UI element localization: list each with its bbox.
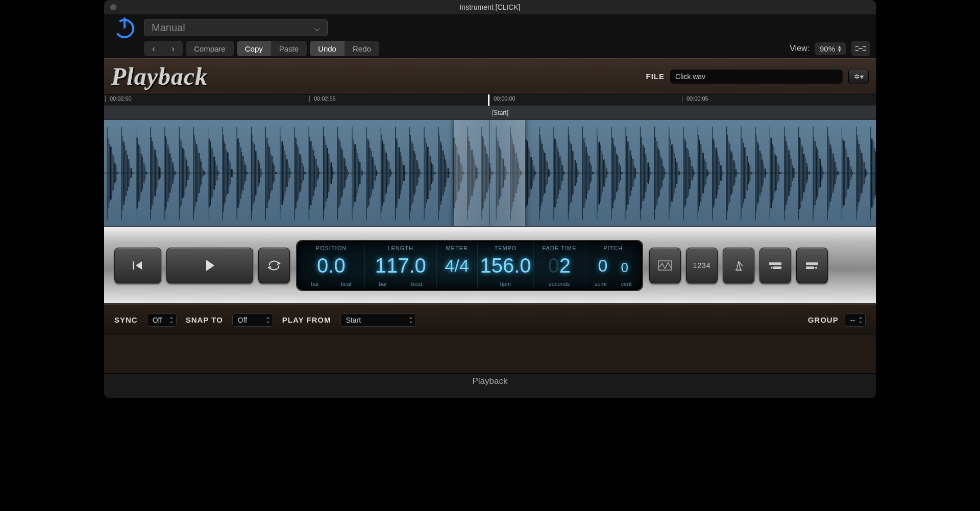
prev-preset-button[interactable]: ‹ (144, 41, 163, 56)
waveform-icon (658, 260, 672, 271)
preset-select[interactable]: Manual ⌵ (144, 19, 328, 36)
play-button[interactable] (166, 248, 253, 283)
chevron-down-icon: ⌵ (314, 21, 320, 34)
crossfade-left-button[interactable] (760, 248, 791, 283)
waveform-mode-button[interactable] (649, 248, 681, 283)
titlebar: Instrument [CLICK] (104, 0, 876, 14)
plugin-body: Playback FILE Click.wav ✲▾ 00:02:50 00:0… (104, 58, 876, 373)
footer: Playback (104, 373, 876, 388)
lcd-fade[interactable]: FADE TIME 02 seconds (534, 242, 585, 289)
footer-label: Playback (473, 376, 508, 386)
return-to-zero-button[interactable] (114, 248, 161, 283)
lcd-meter[interactable]: METER 4/4 (437, 242, 478, 289)
loop-button[interactable] (258, 248, 290, 283)
stepper-icon: ▴▾ (838, 45, 841, 52)
playfrom-label: PLAY FROM (282, 315, 331, 324)
crossfade-left-icon (768, 261, 782, 270)
host-toolbar: Manual ⌵ ‹ › Compare Copy Paste Undo Red… (104, 14, 876, 58)
waveform-display[interactable] (104, 119, 876, 227)
play-icon (202, 258, 217, 273)
playhead-marker[interactable] (488, 94, 489, 106)
transport-panel: POSITION 0.0 barbeat LENGTH 117.0 barbea… (104, 227, 876, 304)
timeline-ruler[interactable]: 00:02:50 00:02:55 00:00:00 00:00:05 (104, 94, 876, 106)
gear-icon: ✲▾ (854, 72, 864, 81)
file-name: Click.wav (675, 72, 705, 81)
view-label: View: (790, 44, 810, 53)
start-marker: [Start] (492, 109, 508, 116)
sync-select[interactable]: Off (147, 313, 177, 327)
lcd-tempo[interactable]: TEMPO 156.0 bpm (478, 242, 534, 289)
playfrom-select[interactable]: Start (340, 313, 416, 327)
metronome-icon (732, 260, 745, 271)
time-tick: 00:02:50 (104, 95, 132, 102)
lcd-position[interactable]: POSITION 0.0 barbeat (298, 242, 365, 289)
loop-icon (267, 260, 281, 271)
snapto-label: SNAP TO (186, 315, 223, 324)
compare-button[interactable]: Compare (186, 41, 234, 56)
time-tick: 00:00:05 (681, 95, 708, 102)
crossfade-right-icon (805, 261, 819, 270)
playhead-line (489, 120, 490, 226)
mode-buttons: 1234 (649, 248, 828, 283)
file-field[interactable]: Click.wav (670, 69, 843, 84)
rtz-icon (131, 259, 144, 272)
count-button[interactable]: 1234 (686, 248, 718, 283)
redo-button[interactable]: Redo (345, 41, 379, 56)
lcd-display: POSITION 0.0 barbeat LENGTH 117.0 barbea… (297, 241, 642, 290)
svg-rect-8 (769, 262, 781, 265)
svg-rect-10 (806, 262, 818, 265)
lcd-pitch[interactable]: PITCH 00 semicent (585, 242, 641, 289)
plugin-logo: Playback (111, 62, 208, 90)
traffic-light-close[interactable] (110, 4, 116, 10)
time-tick: 00:00:00 (488, 95, 516, 102)
copy-button[interactable]: Copy (237, 41, 271, 56)
time-tick: 00:02:55 (308, 95, 336, 102)
paste-button[interactable]: Paste (271, 41, 307, 56)
marker-row[interactable]: [Start] (104, 106, 876, 120)
lcd-length[interactable]: LENGTH 117.0 barbeat (365, 242, 437, 289)
header-row: Playback FILE Click.wav ✲▾ (104, 58, 876, 94)
view-zoom-value: 90% (820, 44, 835, 53)
timeline[interactable]: 00:02:50 00:02:55 00:00:00 00:00:05 [Sta… (104, 94, 876, 119)
next-preset-button[interactable]: › (163, 41, 183, 56)
crossfade-right-button[interactable] (796, 248, 828, 283)
undo-button[interactable]: Undo (310, 41, 345, 56)
file-label: FILE (646, 72, 665, 81)
power-button[interactable] (110, 13, 139, 42)
group-label: GROUP (808, 315, 839, 324)
transport-buttons (114, 248, 290, 283)
svg-rect-11 (806, 266, 814, 269)
group-select[interactable]: -- (845, 313, 866, 327)
bottom-controls: SYNC Off SNAP TO Off PLAY FROM Start GRO… (104, 304, 876, 335)
svg-rect-9 (773, 266, 781, 269)
preset-label: Manual (152, 22, 185, 34)
view-zoom-select[interactable]: 90% ▴▾ (815, 42, 846, 55)
gear-button[interactable]: ✲▾ (848, 69, 869, 84)
snapto-select[interactable]: Off (232, 313, 273, 327)
count-label: 1234 (693, 261, 710, 270)
metronome-button[interactable] (723, 248, 754, 283)
plugin-window: Instrument [CLICK] Manual ⌵ ‹ › Compare … (104, 0, 876, 398)
window-title: Instrument [CLICK] (459, 3, 520, 11)
link-button[interactable] (851, 41, 870, 56)
sync-label: SYNC (114, 315, 138, 324)
svg-rect-4 (133, 261, 134, 270)
